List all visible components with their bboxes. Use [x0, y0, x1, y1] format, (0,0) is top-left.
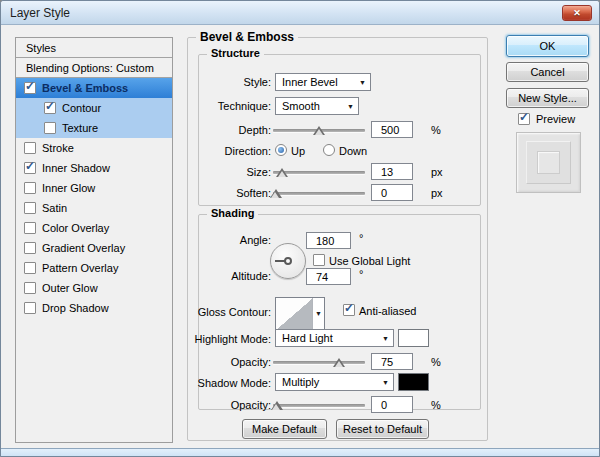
chevron-down-icon: ▼ [359, 79, 366, 86]
shadow-opacity-slider[interactable] [273, 404, 365, 407]
soften-input[interactable]: 0 [371, 184, 413, 201]
sidebar-item-texture[interactable]: Texture [16, 118, 172, 138]
titlebar[interactable]: Layer Style ✕ [1, 1, 599, 25]
highlight-mode-label: Highlight Mode: [195, 333, 271, 345]
checkbox[interactable] [24, 302, 36, 314]
highlight-opacity-thumb[interactable] [333, 358, 345, 367]
sidebar-item-styles[interactable]: Styles [16, 38, 172, 58]
preview-label: Preview [536, 113, 575, 125]
sidebar-item-gradient-overlay[interactable]: Gradient Overlay [16, 238, 172, 258]
panel-title: Bevel & Emboss [196, 30, 298, 44]
check-icon: ✓ [25, 79, 35, 93]
checkbox[interactable] [24, 222, 36, 234]
checkbox[interactable] [24, 282, 36, 294]
angle-dial[interactable] [270, 243, 306, 279]
highlight-opacity-unit: % [431, 356, 441, 368]
sidebar-item-label: Texture [62, 122, 98, 134]
sidebar-item-drop-shadow[interactable]: Drop Shadow [16, 298, 172, 318]
ok-button[interactable]: OK [506, 35, 589, 57]
soften-unit: px [431, 187, 443, 199]
window-title: Layer Style [10, 6, 70, 20]
anti-aliased-checkbox[interactable]: ✓ [343, 304, 355, 316]
highlight-opacity-input[interactable]: 75 [371, 353, 413, 370]
gloss-contour-picker[interactable]: ▼ [275, 297, 325, 331]
check-icon: ✓ [45, 99, 55, 113]
soften-slider[interactable] [273, 192, 365, 195]
size-label: Size: [247, 166, 271, 178]
depth-input[interactable]: 500 [371, 121, 413, 138]
sidebar-item-label: Outer Glow [42, 282, 98, 294]
size-slider-thumb[interactable] [276, 168, 288, 177]
technique-value: Smooth [282, 100, 320, 112]
reset-to-default-button[interactable]: Reset to Default [336, 419, 429, 439]
anti-aliased-label: Anti-aliased [359, 305, 416, 317]
sidebar-item-inner-shadow[interactable]: ✓ Inner Shadow [16, 158, 172, 178]
depth-slider-thumb[interactable] [313, 126, 325, 135]
sidebar-item-label: Stroke [42, 142, 74, 154]
highlight-color-swatch[interactable] [398, 329, 429, 347]
size-slider[interactable] [273, 171, 365, 174]
depth-label: Depth: [239, 124, 271, 136]
use-global-light-label: Use Global Light [329, 255, 410, 267]
shading-group-title: Shading [207, 207, 258, 219]
sidebar-item-label: Styles [26, 42, 56, 54]
soften-slider-thumb[interactable] [270, 189, 282, 198]
shadow-color-swatch[interactable] [398, 373, 429, 391]
shadow-opacity-thumb[interactable] [271, 401, 283, 410]
sidebar-item-satin[interactable]: Satin [16, 198, 172, 218]
sidebar-item-label: Pattern Overlay [42, 262, 118, 274]
checkbox[interactable]: ✓ [24, 162, 36, 174]
bevel-emboss-panel: Bevel & Emboss Structure Style: Inner Be… [187, 37, 488, 441]
style-dropdown[interactable]: Inner Bevel ▼ [275, 73, 371, 91]
sidebar-item-bevel-emboss[interactable]: ✓ Bevel & Emboss [16, 78, 172, 98]
window-frame-bottom [1, 448, 599, 456]
checkbox[interactable]: ✓ [44, 102, 56, 114]
sidebar-item-pattern-overlay[interactable]: Pattern Overlay [16, 258, 172, 278]
chevron-down-icon[interactable]: ▼ [312, 298, 324, 330]
checkbox[interactable] [24, 262, 36, 274]
direction-up-radio[interactable] [275, 144, 287, 156]
altitude-label: Altitude: [231, 270, 271, 282]
angle-input[interactable]: 180 [306, 232, 351, 249]
depth-slider[interactable] [273, 129, 365, 132]
styles-list: Styles Blending Options: Custom ✓ Bevel … [15, 37, 173, 443]
make-default-button[interactable]: Make Default [242, 419, 327, 439]
sidebar-item-inner-glow[interactable]: Inner Glow [16, 178, 172, 198]
sidebar-item-blending-options[interactable]: Blending Options: Custom [16, 58, 172, 78]
layer-style-dialog: Layer Style ✕ Styles Blending Options: C… [0, 0, 600, 457]
new-style-button[interactable]: New Style... [506, 88, 589, 108]
size-input[interactable]: 13 [371, 163, 413, 180]
checkbox[interactable]: ✓ [24, 82, 36, 94]
chevron-down-icon: ▼ [382, 379, 389, 386]
close-button[interactable]: ✕ [562, 5, 592, 21]
chevron-down-icon: ▼ [382, 335, 389, 342]
highlight-mode-dropdown[interactable]: Hard Light ▼ [275, 329, 394, 347]
shadow-opacity-input[interactable]: 0 [371, 396, 413, 413]
shadow-mode-dropdown[interactable]: Multiply ▼ [275, 373, 394, 391]
sidebar-item-outer-glow[interactable]: Outer Glow [16, 278, 172, 298]
altitude-unit: ° [359, 268, 363, 280]
sidebar-item-stroke[interactable]: Stroke [16, 138, 172, 158]
angle-label: Angle: [240, 234, 271, 246]
sidebar-item-label: Satin [42, 202, 67, 214]
altitude-input[interactable]: 74 [306, 268, 351, 285]
sidebar-item-label: Gradient Overlay [42, 242, 125, 254]
checkbox[interactable] [24, 202, 36, 214]
sidebar-item-color-overlay[interactable]: Color Overlay [16, 218, 172, 238]
technique-dropdown[interactable]: Smooth ▼ [275, 97, 359, 115]
checkbox[interactable] [44, 122, 56, 134]
cancel-button[interactable]: Cancel [506, 62, 589, 82]
highlight-opacity-slider[interactable] [273, 361, 365, 364]
checkbox[interactable] [24, 242, 36, 254]
sidebar-item-label: Bevel & Emboss [42, 82, 128, 94]
direction-down-radio[interactable] [323, 144, 335, 156]
checkbox[interactable] [24, 182, 36, 194]
sidebar-item-label: Blending Options: Custom [26, 62, 154, 74]
sidebar-item-label: Contour [62, 102, 101, 114]
preview-checkbox[interactable]: ✓ [518, 113, 530, 125]
sidebar-item-contour[interactable]: ✓ Contour [16, 98, 172, 118]
checkbox[interactable] [24, 142, 36, 154]
chevron-down-icon: ▼ [347, 103, 354, 110]
check-icon: ✓ [344, 301, 354, 315]
use-global-light-checkbox[interactable] [313, 254, 325, 266]
